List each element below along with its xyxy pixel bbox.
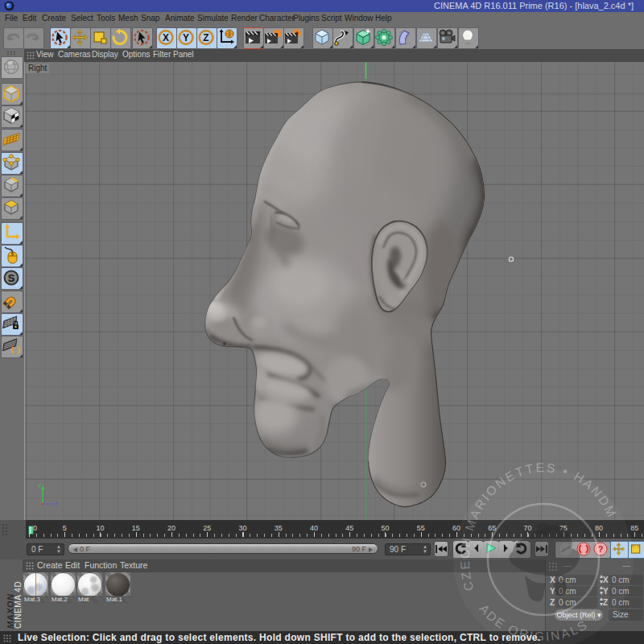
- svg-text:S: S: [8, 272, 15, 284]
- svg-text:Y: Y: [37, 482, 42, 489]
- svg-text:Z: Z: [54, 501, 58, 508]
- svg-text:Z: Z: [203, 32, 208, 43]
- svg-text:X: X: [163, 32, 169, 43]
- svg-text:?: ?: [598, 544, 604, 554]
- svg-text:Y: Y: [183, 32, 189, 43]
